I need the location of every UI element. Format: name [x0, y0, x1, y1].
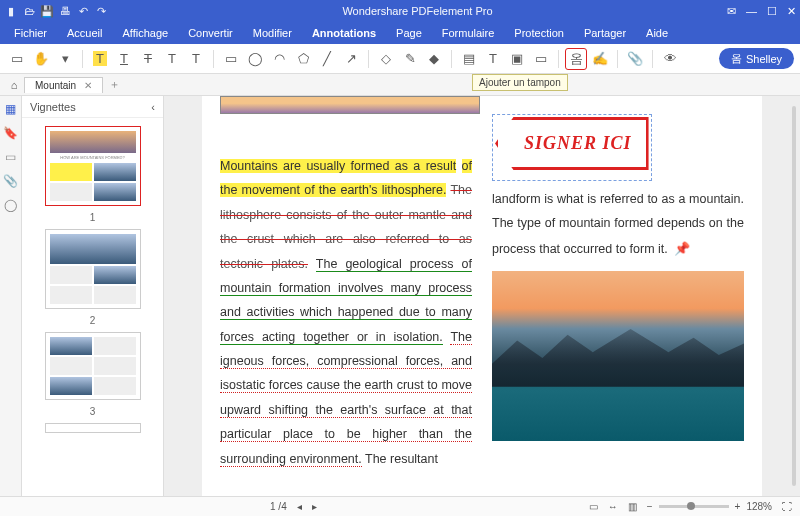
callout-tool[interactable]: ▭ — [530, 48, 552, 70]
stamp-tool[interactable]: 옴 — [565, 48, 587, 70]
tab-close-icon[interactable]: ✕ — [84, 80, 92, 91]
thumbnails-icon[interactable]: ▦ — [5, 102, 16, 116]
menu-modifier[interactable]: Modifier — [245, 25, 300, 41]
document-tabs: ⌂ Mountain ✕ ＋ — [0, 74, 800, 96]
minimize-button[interactable]: — — [746, 5, 757, 17]
squiggly-tool[interactable]: T — [161, 48, 183, 70]
menu-affichage[interactable]: Affichage — [114, 25, 176, 41]
thumbnail-4[interactable] — [45, 423, 141, 433]
thumb-label-2: 2 — [90, 315, 96, 326]
stamp-label: SIGNER ICI — [495, 117, 649, 170]
zoom-value[interactable]: 128% — [746, 501, 772, 512]
pin-icon[interactable]: 📌 — [674, 241, 690, 256]
menu-aide[interactable]: Aide — [638, 25, 676, 41]
new-tab-button[interactable]: ＋ — [103, 75, 126, 94]
zoom-slider[interactable] — [659, 505, 729, 508]
pencil-tool[interactable]: ✎ — [399, 48, 421, 70]
menu-formulaire[interactable]: Formulaire — [434, 25, 503, 41]
caret-tool[interactable]: T — [185, 48, 207, 70]
side-nav: ▦ 🔖 ▭ 📎 ◯ — [0, 96, 22, 496]
select-tool[interactable]: ▭ — [6, 48, 28, 70]
fit-width-icon[interactable]: ↔ — [608, 501, 618, 512]
undo-icon[interactable]: ↶ — [76, 4, 90, 18]
dropdown-icon[interactable]: ▾ — [54, 48, 76, 70]
erase-ink-tool[interactable]: ◆ — [423, 48, 445, 70]
fit-page-icon[interactable]: ▭ — [589, 501, 598, 512]
thumbnail-2[interactable] — [45, 229, 141, 309]
print-icon[interactable]: 🖶 — [58, 4, 72, 18]
separator — [368, 50, 369, 68]
thumbnail-3[interactable] — [45, 332, 141, 400]
strike-tool[interactable]: T — [137, 48, 159, 70]
line-tool[interactable]: ╱ — [316, 48, 338, 70]
menu-protection[interactable]: Protection — [506, 25, 572, 41]
attachment-tool[interactable]: 📎 — [624, 48, 646, 70]
mail-icon[interactable]: ✉ — [727, 5, 736, 18]
app-icon: ▮ — [4, 4, 18, 18]
highlighted-text[interactable]: Mountains are usually formed as a result — [220, 159, 456, 173]
menu-convertir[interactable]: Convertir — [180, 25, 241, 41]
view-mode-icon[interactable]: ▥ — [628, 501, 637, 512]
fullscreen-icon[interactable]: ⛶ — [782, 501, 792, 512]
save-icon[interactable]: 💾 — [40, 4, 54, 18]
annotation-toolbar: ▭ ✋ ▾ T T T T T ▭ ◯ ◠ ⬠ ╱ ↗ ◇ ✎ ◆ ▤ T ▣ … — [0, 44, 800, 74]
search-nav-icon[interactable]: ◯ — [4, 198, 17, 212]
menu-partager[interactable]: Partager — [576, 25, 634, 41]
thumbnail-1[interactable]: HOW ARE MOUNTAINS FORMED? — [45, 126, 141, 206]
signature-tool[interactable]: ✍ — [589, 48, 611, 70]
rectangle-tool[interactable]: ▭ — [220, 48, 242, 70]
separator — [82, 50, 83, 68]
oval-tool[interactable]: ◯ — [244, 48, 266, 70]
squiggly-text[interactable]: The igneous forces, compressional forces… — [220, 330, 472, 467]
vertical-scrollbar[interactable] — [790, 96, 798, 496]
page-indicator[interactable]: 1 /4 — [270, 501, 287, 512]
bookmarks-icon[interactable]: 🔖 — [3, 126, 18, 140]
window-controls: ✉ — ☐ ✕ — [727, 5, 796, 18]
separator — [558, 50, 559, 68]
menu-fichier[interactable]: Fichier — [6, 25, 55, 41]
redo-icon[interactable]: ↷ — [94, 4, 108, 18]
hand-tool[interactable]: ✋ — [30, 48, 52, 70]
stamp-annotation[interactable]: SIGNER ICI — [492, 114, 652, 181]
tab-mountain[interactable]: Mountain ✕ — [24, 77, 103, 93]
thumbnails-title: Vignettes — [30, 101, 76, 113]
next-page-icon[interactable]: ▸ — [312, 501, 317, 512]
underline-tool[interactable]: T — [113, 48, 135, 70]
title-bar: ▮ 🗁 💾 🖶 ↶ ↷ Wondershare PDFelement Pro ✉… — [0, 0, 800, 22]
quick-access: ▮ 🗁 💾 🖶 ↶ ↷ — [4, 4, 108, 18]
hide-annotations-tool[interactable]: 👁 — [659, 48, 681, 70]
comments-icon[interactable]: ▭ — [5, 150, 16, 164]
prev-page-icon[interactable]: ◂ — [297, 501, 302, 512]
maximize-button[interactable]: ☐ — [767, 5, 777, 18]
cloud-tool[interactable]: ◠ — [268, 48, 290, 70]
thumb-label-1: 1 — [90, 212, 96, 223]
typewriter-tool[interactable]: T — [482, 48, 504, 70]
stamp-tooltip: Ajouter un tampon — [472, 74, 568, 91]
menu-page[interactable]: Page — [388, 25, 430, 41]
body-text: The resultant — [365, 452, 438, 466]
document-canvas[interactable]: Mountains are usually formed as a result… — [164, 96, 800, 496]
attachments-nav-icon[interactable]: 📎 — [3, 174, 18, 188]
body-text: landform is what is referred to as a mou… — [492, 187, 744, 261]
user-button[interactable]: 옴Shelley — [719, 48, 794, 69]
open-icon[interactable]: 🗁 — [22, 4, 36, 18]
menu-accueil[interactable]: Accueil — [59, 25, 110, 41]
eraser-tool[interactable]: ◇ — [375, 48, 397, 70]
thumbnails-panel: Vignettes ‹ HOW ARE MOUNTAINS FORMED? 1 … — [22, 96, 164, 496]
home-icon[interactable]: ⌂ — [6, 79, 22, 91]
close-button[interactable]: ✕ — [787, 5, 796, 18]
collapse-icon[interactable]: ‹ — [151, 101, 155, 113]
separator — [213, 50, 214, 68]
thumbnails-header: Vignettes ‹ — [22, 96, 163, 118]
textbox-tool[interactable]: ▣ — [506, 48, 528, 70]
zoom-control: − + 128% — [647, 501, 772, 512]
zoom-out-icon[interactable]: − — [647, 501, 653, 512]
note-tool[interactable]: ▤ — [458, 48, 480, 70]
zoom-in-icon[interactable]: + — [735, 501, 741, 512]
polygon-tool[interactable]: ⬠ — [292, 48, 314, 70]
arrow-tool[interactable]: ↗ — [340, 48, 362, 70]
highlight-tool[interactable]: T — [89, 48, 111, 70]
mountain-photo — [492, 271, 744, 441]
menu-annotations[interactable]: Annotations — [304, 25, 384, 41]
thumb-label-3: 3 — [90, 406, 96, 417]
